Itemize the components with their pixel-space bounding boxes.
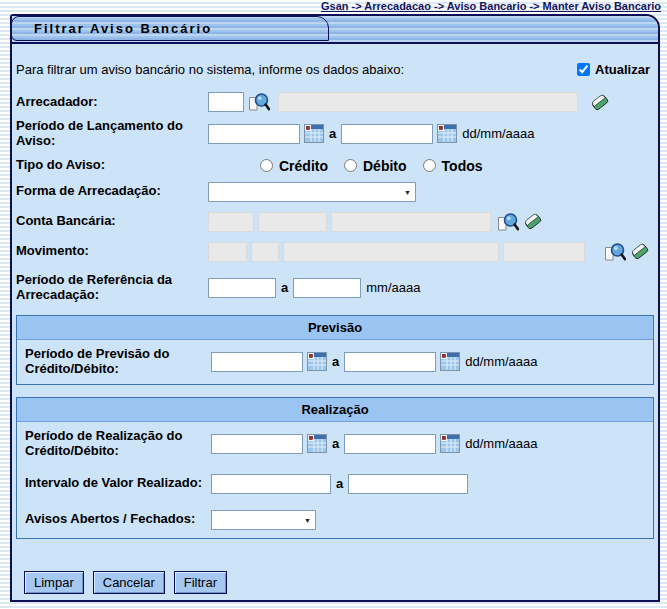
previsao-section-title: Previsão [17,316,653,340]
atualizar-label: Atualizar [595,62,650,77]
date-format-hint: dd/mm/aaaa [465,436,537,451]
movimento-field-2 [251,242,279,262]
intervalo-valor-from-input[interactable] [211,474,331,494]
conta-bancaria-field-3 [331,212,491,232]
forma-arrecadacao-label: Forma de Arrecadação: [16,184,208,199]
tipo-credito-radio[interactable] [260,159,273,172]
periodo-realizacao-to-calendar-icon[interactable] [440,434,460,453]
movimento-row: Movimento: [12,241,658,263]
tipo-debito-label: Débito [363,158,407,174]
breadcrumb[interactable]: Gsan -> Arrecadacao -> Aviso Bancario ->… [321,0,661,12]
movimento-search-icon[interactable] [604,242,626,262]
periodo-referencia-row: Período de Referência da Arrecadação: a … [12,273,658,303]
movimento-field-3 [283,242,499,262]
range-separator: a [336,476,343,491]
intro-row: Para filtrar um aviso bancário no sistem… [16,62,652,77]
arrecadador-label: Arrecadador: [16,95,208,110]
tipo-credito-label: Crédito [279,158,328,174]
avisos-abertos-select[interactable] [211,510,316,530]
periodo-previsao-to-input[interactable] [344,352,436,372]
previsao-section: Previsão Período de Previsão do Crédito/… [16,315,654,385]
range-separator: a [329,126,336,141]
intervalo-valor-row: Intervalo de Valor Realizado: a [17,466,653,502]
date-format-hint: dd/mm/aaaa [465,354,537,369]
movimento-field-4 [503,242,585,262]
atualizar-checkbox[interactable] [577,63,590,76]
forma-arrecadacao-row: Forma de Arrecadação: [12,181,658,203]
periodo-realizacao-label: Período de Realização do Crédito/Débito: [25,429,211,459]
date-format-hint: dd/mm/aaaa [462,126,534,141]
month-format-hint: mm/aaaa [366,280,420,295]
tipo-aviso-row: Tipo do Aviso: Crédito Débito Todos [12,155,658,177]
periodo-realizacao-row: Período de Realização do Crédito/Débito:… [17,422,653,466]
periodo-previsao-from-calendar-icon[interactable] [307,352,327,371]
tipo-debito-radio[interactable] [344,159,357,172]
conta-bancaria-row: Conta Bancária: [12,211,658,233]
periodo-realizacao-from-input[interactable] [211,434,303,454]
arrecadador-search-icon[interactable] [248,92,270,112]
periodo-previsao-label: Período de Previsão do Crédito/Débito: [25,347,211,377]
page-background: Gsan -> Arrecadacao -> Aviso Bancario ->… [0,0,667,609]
movimento-erase-icon[interactable] [630,242,650,261]
avisos-abertos-row: Avisos Abertos / Fechados: [17,502,653,538]
range-separator: a [332,354,339,369]
periodo-referencia-to-input[interactable] [293,278,361,298]
conta-bancaria-search-icon[interactable] [497,212,519,232]
arrecadador-row: Arrecadador: [12,91,658,113]
movimento-field-1 [208,242,247,262]
intervalo-valor-label: Intervalo de Valor Realizado: [25,476,211,491]
limpar-button[interactable]: Limpar [24,571,84,594]
arrecadador-name-field [278,92,578,112]
cancelar-button[interactable]: Cancelar [93,571,165,594]
range-separator: a [281,280,288,295]
periodo-referencia-from-input[interactable] [208,278,276,298]
movimento-label: Movimento: [16,244,208,259]
periodo-referencia-label: Período de Referência da Arrecadação: [16,273,208,303]
periodo-realizacao-from-calendar-icon[interactable] [307,434,327,453]
realizacao-section-title: Realização [17,398,653,422]
arrecadador-erase-icon[interactable] [590,93,610,112]
page-title: Filtrar Aviso Bancário [11,16,329,41]
periodo-previsao-row: Período de Previsão do Crédito/Débito: a… [17,340,653,384]
arrecadador-code-input[interactable] [208,92,244,112]
periodo-lancamento-from-input[interactable] [208,124,300,144]
conta-bancaria-erase-icon[interactable] [523,212,543,231]
conta-bancaria-field-2 [258,212,327,232]
periodo-previsao-from-input[interactable] [211,352,303,372]
tipo-todos-radio[interactable] [423,159,436,172]
realizacao-section: Realização Período de Realização do Créd… [16,397,654,539]
intervalo-valor-to-input[interactable] [348,474,468,494]
tipo-aviso-label: Tipo do Aviso: [16,158,208,173]
filter-panel: Filtrar Aviso Bancário Para filtrar um a… [10,14,660,602]
range-separator: a [332,436,339,451]
panel-header-bar: Filtrar Aviso Bancário [12,16,658,44]
conta-bancaria-label: Conta Bancária: [16,214,208,229]
periodo-lancamento-from-calendar-icon[interactable] [304,124,324,143]
intro-text: Para filtrar um aviso bancário no sistem… [16,62,404,77]
forma-arrecadacao-select[interactable] [208,182,416,202]
periodo-realizacao-to-input[interactable] [344,434,436,454]
filtrar-button[interactable]: Filtrar [174,571,227,594]
periodo-lancamento-to-input[interactable] [341,124,433,144]
avisos-abertos-label: Avisos Abertos / Fechados: [25,512,211,527]
periodo-lancamento-label: Período de Lançamento do Aviso: [16,119,208,149]
periodo-previsao-to-calendar-icon[interactable] [440,352,460,371]
periodo-lancamento-row: Período de Lançamento do Aviso: a dd/mm/… [12,119,658,149]
button-bar: Limpar Cancelar Filtrar [24,571,646,594]
conta-bancaria-field-1 [208,212,254,232]
tipo-todos-label: Todos [442,158,483,174]
periodo-lancamento-to-calendar-icon[interactable] [437,124,457,143]
